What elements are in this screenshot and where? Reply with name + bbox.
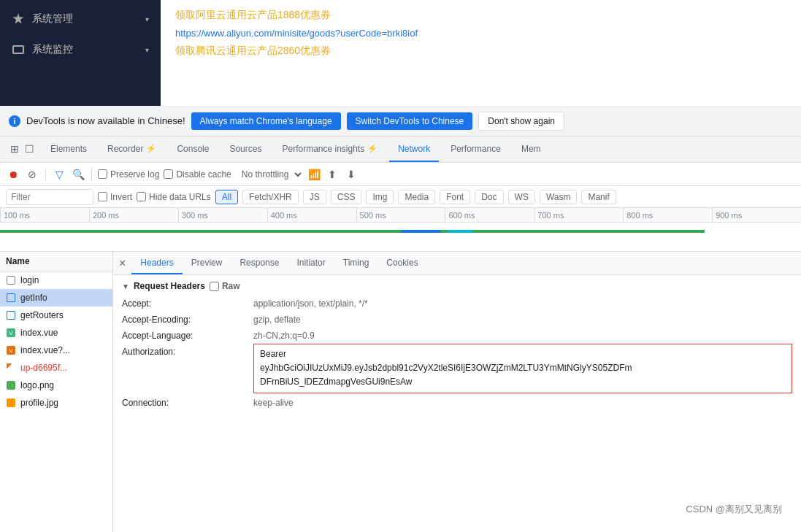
checkbox-icon [6,275,16,285]
filter-type-all[interactable]: All [215,190,238,204]
clear-button[interactable]: ⊘ [25,167,39,182]
switch-to-chinese-button[interactable]: Switch DevTools to Chinese [347,112,473,130]
always-match-language-button[interactable]: Always match Chrome's language [191,112,341,130]
green-network-bar [0,230,705,233]
tick-100ms: 100 ms [0,208,89,222]
net-item-getinfo[interactable]: getInfo [0,289,112,307]
net-item-name: index.vue [20,328,58,338]
sidebar-item-label: 系统管理 [32,12,73,26]
request-headers-section: ▼ Request Headers Raw [122,281,792,291]
net-item-name: getRouters [20,310,64,320]
filter-type-font[interactable]: Font [440,190,470,204]
tab-network[interactable]: Network [389,136,439,162]
tab-memory[interactable]: Mem [513,136,550,162]
recorder-icon: ⚡ [146,144,156,153]
sidebar-item-sys-management[interactable]: 系统管理 ▾ [0,4,161,34]
hide-data-urls-checkbox[interactable] [137,192,146,201]
record-button[interactable]: ⏺ [6,167,20,182]
filter-input[interactable] [6,189,93,205]
divider-2 [91,168,92,181]
net-item-name: login [20,275,39,285]
sidebar-item-sys-monitor[interactable]: 系统监控 ▾ [0,34,161,65]
invert-checkbox[interactable] [98,192,107,201]
detail-tab-preview[interactable]: Preview [183,252,231,274]
search-button[interactable]: 🔍 [71,167,85,182]
image-icon [6,363,16,373]
net-item-profile-jpg[interactable]: profile.jpg [0,394,112,412]
detail-tab-response[interactable]: Response [231,252,288,274]
tick-900ms: 900 ms [712,208,801,222]
tab-elements[interactable]: Elements [42,136,96,162]
net-item-login[interactable]: login [0,271,112,289]
promo-url-link[interactable]: https://www.aliyun.com/minisite/goods?us… [175,28,786,39]
devtools-main-panel: Name login getInfo getRouters V index.vu… [0,252,801,532]
filter-type-css[interactable]: CSS [331,190,362,204]
preserve-log-checkbox[interactable] [98,169,107,179]
info-icon: i [9,115,20,127]
section-title: Request Headers [134,281,205,291]
tab-performance[interactable]: Performance [442,136,510,162]
net-item-name: profile.jpg [20,398,58,408]
wifi-icon: 📶 [308,169,321,180]
monitor-icon [12,43,25,56]
filter-type-wasm[interactable]: Wasm [540,190,578,204]
network-list-header: Name [0,252,112,271]
detail-tab-headers[interactable]: Headers [131,252,182,274]
import-button[interactable]: ⬆ [325,167,340,182]
detail-tab-cookies[interactable]: Cookies [377,252,426,274]
promo-link-2[interactable]: 领取腾讯云通用云产品2860优惠券 [175,45,786,58]
gear-icon [12,12,25,26]
detail-content-area: ▼ Request Headers Raw Accept: applicatio… [113,275,801,532]
hide-data-urls-label[interactable]: Hide data URLs [137,192,211,202]
tick-400ms: 400 ms [267,208,356,222]
net-item-index-vue-1[interactable]: V index.vue [0,324,112,342]
net-item-logo-png[interactable]: logo.png [0,377,112,394]
detail-close-button[interactable]: × [119,257,126,270]
detail-tab-timing[interactable]: Timing [334,252,378,274]
tab-performance-insights[interactable]: Performance insights ⚡ [273,136,386,162]
tick-500ms: 500 ms [356,208,445,222]
tab-sources[interactable]: Sources [221,136,270,162]
filter-type-manif[interactable]: Manif [581,190,616,204]
raw-checkbox-label[interactable]: Raw [210,281,240,291]
throttle-select[interactable]: No throttling [236,167,304,182]
sidebar-item-label: 系统监控 [32,43,73,56]
filter-type-img[interactable]: Img [366,190,394,204]
disable-cache-label[interactable]: Disable cache [164,169,231,180]
net-item-up-d6695f[interactable]: up-d6695f... [0,359,112,377]
perf-insights-icon: ⚡ [367,144,377,153]
disable-cache-checkbox[interactable] [164,169,173,179]
filter-type-doc[interactable]: Doc [475,190,503,204]
net-item-name: index.vue?... [20,345,70,355]
preserve-log-label[interactable]: Preserve log [98,169,159,180]
net-item-getrouters[interactable]: getRouters [0,307,112,324]
chevron-down-icon: ▾ [145,15,149,23]
tab-recorder[interactable]: Recorder ⚡ [99,136,165,162]
dont-show-again-button[interactable]: Don't show again [478,112,564,131]
filter-type-fetch-xhr[interactable]: Fetch/XHR [242,190,299,204]
timeline-area: 100 ms 200 ms 300 ms 400 ms 500 ms 600 m… [0,208,801,252]
chevron-down-icon-2: ▾ [145,46,149,54]
detail-tab-initiator[interactable]: Initiator [288,252,334,274]
net-item-name: up-d6695f... [20,363,67,373]
promo-link-1[interactable]: 领取阿里云通用云产品1888优惠券 [175,9,786,22]
devtools-notification-bar: i DevTools is now available in Chinese! … [0,106,801,136]
filter-type-media[interactable]: Media [398,190,435,204]
header-row-connection: Connection: keep-alive [122,396,792,409]
api-icon-2 [6,310,16,320]
raw-checkbox[interactable] [210,282,219,291]
divider-1 [45,168,46,181]
filter-button[interactable]: ▽ [52,167,66,182]
net-item-index-vue-2[interactable]: V index.vue?... [0,342,112,359]
filter-bar: Invert Hide data URLs All Fetch/XHR JS C… [0,186,801,208]
filter-type-ws[interactable]: WS [508,190,535,204]
invert-label[interactable]: Invert [98,192,132,202]
tab-console[interactable]: Console [168,136,218,162]
header-row-accept-encoding: Accept-Encoding: gzip, deflate [122,313,792,326]
net-item-name: logo.png [20,380,54,390]
collapse-triangle[interactable]: ▼ [122,282,129,290]
export-button[interactable]: ⬇ [344,167,359,182]
png-icon [6,380,16,390]
header-row-authorization: Authorization: Bearer eyJhbGciOiJIUzUxMi… [122,345,792,393]
filter-type-js[interactable]: JS [303,190,326,204]
